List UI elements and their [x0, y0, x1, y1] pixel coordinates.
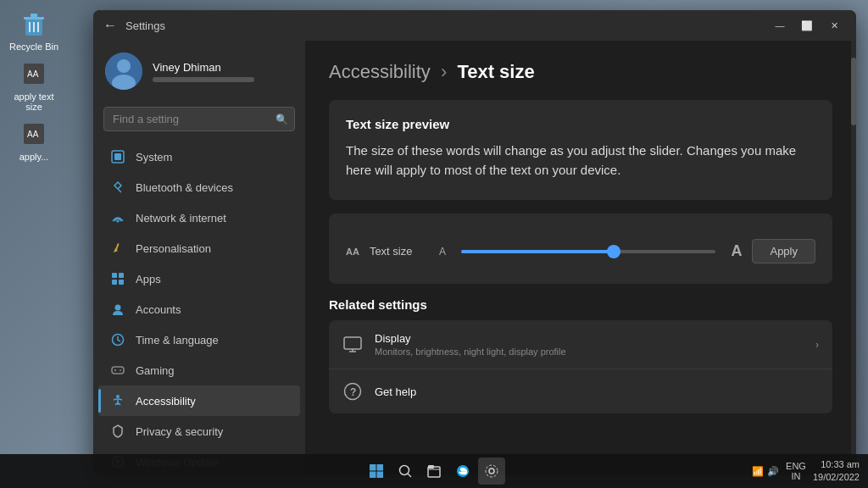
- apply-text-size-icon[interactable]: AA apply text size: [8, 58, 59, 112]
- taskbar-clock: 10:33 am 19/02/2022: [813, 458, 860, 485]
- nav-bluetooth[interactable]: Bluetooth & devices: [98, 172, 300, 202]
- text-size-slider[interactable]: [461, 250, 716, 253]
- large-a-label: A: [731, 242, 742, 260]
- slider-fill: [461, 250, 614, 253]
- time-language-label: Time & language: [136, 334, 219, 347]
- get-help-name: Get help: [375, 385, 819, 398]
- svg-line-40: [408, 474, 411, 477]
- time-language-icon: [110, 332, 125, 347]
- svg-rect-17: [112, 273, 117, 278]
- svg-rect-35: [370, 464, 376, 471]
- preview-body: The size of these words will change as y…: [346, 141, 815, 180]
- display-setting-item[interactable]: Display Monitors, brightness, night ligh…: [329, 320, 832, 369]
- text-size-row: AA Text size A A Apply: [346, 230, 815, 267]
- svg-rect-1: [24, 17, 44, 19]
- wifi-icon: 📶: [752, 466, 764, 477]
- nav-privacy-security[interactable]: Privacy & security: [98, 416, 300, 446]
- svg-rect-14: [114, 153, 121, 160]
- svg-point-45: [486, 465, 498, 477]
- apply-icon[interactable]: AA apply...: [8, 119, 59, 162]
- sidebar: Viney Dhiman 🔍 System Bluetoot: [93, 41, 305, 474]
- nav-accessibility[interactable]: Accessibility: [98, 385, 300, 416]
- active-indicator: [98, 389, 101, 413]
- window-controls: — ⬜ ✕: [768, 17, 846, 34]
- taskbar: 📶 🔊 ENGIN 10:33 am 19/02/2022: [0, 454, 868, 488]
- time-display: 10:33 am: [813, 458, 860, 471]
- nav-accounts[interactable]: Accounts: [98, 294, 300, 324]
- settings-window: ← Settings — ⬜ ✕ Viney Dhiman: [93, 10, 856, 474]
- user-profile[interactable]: Viney Dhiman: [93, 41, 305, 102]
- search-box: 🔍: [103, 107, 295, 131]
- network-icon: [110, 210, 125, 225]
- gaming-label: Gaming: [136, 364, 175, 377]
- date-display: 19/02/2022: [813, 471, 860, 484]
- back-button[interactable]: ←: [103, 18, 117, 33]
- user-subtitle: [153, 77, 254, 82]
- breadcrumb-parent: Accessibility: [329, 61, 431, 82]
- svg-rect-37: [370, 472, 376, 479]
- svg-rect-23: [112, 367, 124, 374]
- display-name: Display: [375, 332, 804, 345]
- recycle-bin-icon[interactable]: Recycle Bin: [8, 8, 59, 52]
- svg-text:AA: AA: [27, 69, 39, 79]
- get-help-icon: ?: [342, 381, 363, 402]
- scrollbar-thumb[interactable]: [851, 58, 856, 125]
- user-info: Viney Dhiman: [153, 61, 254, 82]
- title-bar: ← Settings — ⬜ ✕: [93, 10, 856, 41]
- svg-rect-36: [377, 464, 384, 471]
- privacy-icon: [110, 424, 125, 439]
- slider-thumb[interactable]: [607, 245, 620, 258]
- nav-system[interactable]: System: [98, 141, 300, 172]
- close-button[interactable]: ✕: [822, 17, 846, 34]
- taskbar-right: 📶 🔊 ENGIN 10:33 am 19/02/2022: [752, 458, 860, 485]
- gaming-icon: [110, 363, 125, 378]
- nav-personalisation[interactable]: Personalisation: [98, 233, 300, 263]
- search-input[interactable]: [103, 107, 295, 131]
- personalisation-label: Personalisation: [136, 242, 211, 255]
- taskbar-language: ENGIN: [786, 461, 806, 481]
- get-help-item[interactable]: ? Get help: [329, 369, 832, 413]
- svg-point-26: [120, 369, 121, 371]
- svg-point-27: [116, 395, 120, 398]
- taskbar-center: [363, 458, 505, 485]
- taskbar-settings-button[interactable]: [478, 458, 505, 485]
- svg-point-21: [115, 305, 121, 311]
- svg-rect-2: [31, 14, 37, 17]
- display-chevron-icon: ›: [815, 339, 819, 351]
- nav-time-language[interactable]: Time & language: [98, 324, 300, 355]
- svg-rect-30: [344, 337, 361, 349]
- search-icon: 🔍: [275, 114, 288, 125]
- breadcrumb-current: Text size: [457, 61, 534, 82]
- bluetooth-icon: [110, 180, 125, 195]
- preview-title: Text size preview: [346, 117, 815, 131]
- small-a-label: A: [439, 246, 446, 258]
- svg-rect-18: [119, 273, 124, 278]
- main-content: Accessibility › Text size Text size prev…: [305, 41, 856, 474]
- taskbar-tray: 📶 🔊: [752, 466, 779, 477]
- svg-rect-38: [377, 472, 384, 479]
- minimize-button[interactable]: —: [768, 17, 792, 34]
- user-name: Viney Dhiman: [153, 61, 254, 74]
- nav-gaming[interactable]: Gaming: [98, 355, 300, 385]
- taskbar-files-button[interactable]: [420, 458, 448, 485]
- text-size-label: Text size: [370, 245, 429, 258]
- breadcrumb-separator: ›: [441, 61, 447, 82]
- svg-rect-19: [112, 280, 117, 285]
- maximize-button[interactable]: ⬜: [795, 17, 819, 34]
- start-button[interactable]: [363, 458, 390, 485]
- text-size-card: AA Text size A A Apply: [329, 214, 832, 284]
- svg-point-15: [117, 220, 120, 223]
- nav-network[interactable]: Network & internet: [98, 202, 300, 233]
- taskbar-search-button[interactable]: [392, 458, 419, 485]
- nav-apps[interactable]: Apps: [98, 263, 300, 294]
- taskbar-edge-button[interactable]: [449, 458, 476, 485]
- network-label: Network & internet: [136, 212, 226, 225]
- window-body: Viney Dhiman 🔍 System Bluetoot: [93, 41, 856, 474]
- accessibility-icon: [110, 393, 125, 408]
- svg-text:AA: AA: [27, 130, 39, 139]
- volume-icon: 🔊: [767, 466, 779, 477]
- accounts-label: Accounts: [136, 303, 181, 316]
- svg-rect-20: [119, 280, 124, 285]
- apply-button[interactable]: Apply: [752, 239, 815, 263]
- accessibility-label: Accessibility: [136, 395, 196, 408]
